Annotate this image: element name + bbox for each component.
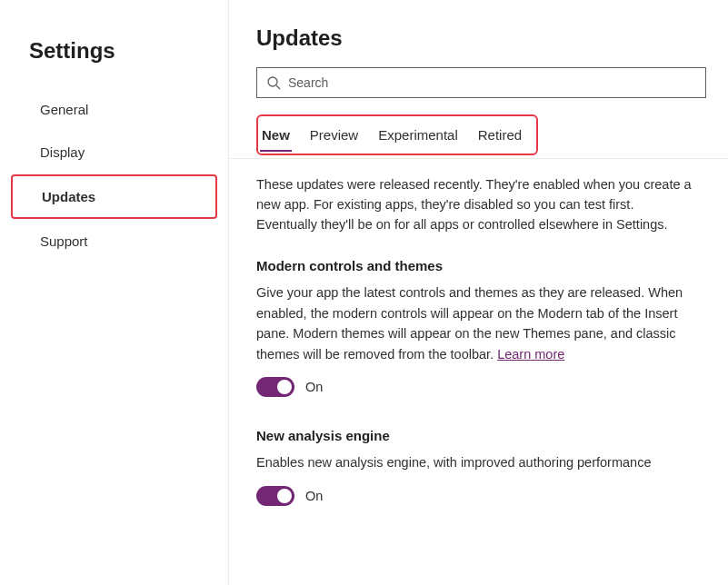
section-modern-controls: Modern controls and themes Give your app…: [256, 258, 706, 397]
section-description: Enables new analysis engine, with improv…: [256, 452, 693, 472]
section-title: Modern controls and themes: [256, 258, 706, 273]
tab-retired[interactable]: Retired: [476, 118, 524, 152]
toggle-new-analysis-engine[interactable]: [256, 486, 294, 506]
toggle-label: On: [305, 489, 323, 503]
toggle-modern-controls[interactable]: [256, 377, 294, 397]
sidebar: Settings General Display Updates Support: [0, 0, 229, 585]
main-panel: Updates New Preview Experimental Retired…: [229, 0, 728, 585]
sidebar-item-display[interactable]: Display: [11, 132, 217, 173]
tabs: New Preview Experimental Retired: [260, 118, 524, 152]
search-icon: [266, 75, 281, 90]
divider: [229, 158, 728, 159]
toggle-label: On: [305, 380, 323, 394]
toggle-knob: [277, 380, 292, 394]
tab-description: These updates were released recently. Th…: [256, 175, 693, 234]
learn-more-link[interactable]: Learn more: [497, 347, 564, 362]
search-box[interactable]: [256, 67, 706, 98]
sidebar-item-updates[interactable]: Updates: [11, 174, 217, 219]
page-title: Updates: [256, 25, 706, 51]
section-description: Give your app the latest controls and th…: [256, 283, 693, 364]
tab-experimental[interactable]: Experimental: [376, 118, 460, 152]
toggle-knob: [277, 489, 292, 503]
tabs-highlight-box: New Preview Experimental Retired: [256, 114, 538, 155]
section-new-analysis-engine: New analysis engine Enables new analysis…: [256, 428, 706, 505]
sidebar-title: Settings: [0, 38, 228, 89]
section-description-text: Give your app the latest controls and th…: [256, 285, 683, 361]
sidebar-item-support[interactable]: Support: [11, 221, 217, 262]
tab-new[interactable]: New: [260, 118, 292, 152]
sidebar-item-general[interactable]: General: [11, 89, 217, 130]
toggle-row: On: [256, 486, 706, 506]
svg-point-0: [268, 77, 277, 86]
search-input[interactable]: [288, 75, 696, 90]
tab-preview[interactable]: Preview: [308, 118, 360, 152]
section-title: New analysis engine: [256, 428, 706, 443]
svg-line-1: [276, 85, 280, 89]
toggle-row: On: [256, 377, 706, 397]
